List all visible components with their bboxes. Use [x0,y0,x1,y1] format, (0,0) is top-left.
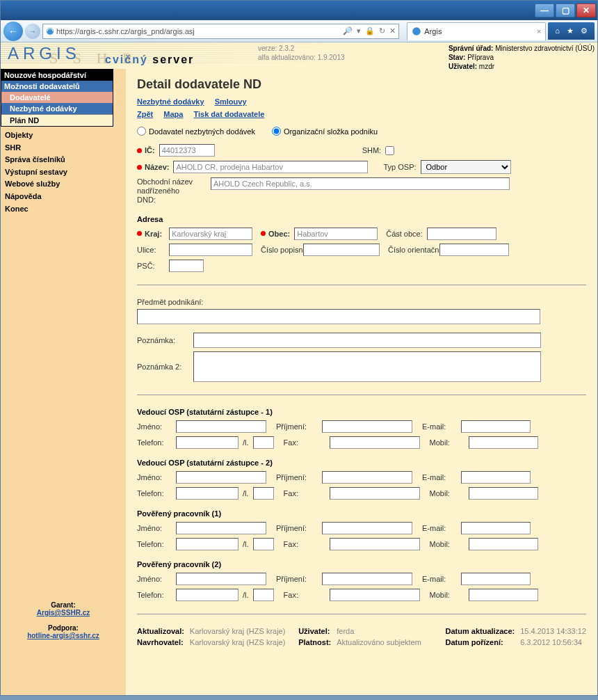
ulice-label: Ulice: [137,246,165,254]
person3-telefon-field[interactable] [176,538,239,550]
sidebar-link-sprava[interactable]: Správa číselníků [5,154,122,166]
person3-heading: Pověřený pracovník (1) [137,509,586,518]
radio-osp[interactable]: Organizační složka podniku [272,127,378,136]
sidebar-item-nezbytne[interactable]: Nezbytné dodávky [1,103,113,114]
co-field[interactable] [439,244,509,256]
tab-title: Argis [424,27,442,35]
favorites-icon[interactable]: ★ [567,26,574,35]
predmet-field[interactable] [137,309,540,324]
person2-mobil-field[interactable] [469,487,538,500]
type-radio-group: Dodavatel nezbytných dodávek Organizační… [137,127,586,136]
tools-icon[interactable]: ⚙ [581,26,588,35]
person2-email-field[interactable] [461,471,531,484]
person2-fax-label: Fax: [284,489,325,498]
person3-fax-field[interactable] [330,538,420,550]
nazev-label: Název: [145,163,169,171]
person4-prijmeni-label: Příjmení: [276,575,318,583]
sidebar-link-shr[interactable]: SHR [5,142,122,154]
kraj-field[interactable] [169,228,252,240]
sidebar-link-objekty[interactable]: Objekty [5,129,122,142]
window-close-button[interactable]: ✕ [576,3,596,17]
shm-checkbox[interactable] [385,146,394,155]
person4-linka-field[interactable] [253,589,274,601]
window-maximize-button[interactable]: ▢ [556,3,575,17]
browser-tab[interactable]: Argis × [407,22,546,40]
forward-button[interactable]: → [25,24,40,39]
app-header: S S H R ARGIS cvičný server verze: 2.3.2… [1,42,597,69]
link-smlouvy[interactable]: Smlouvy [215,97,247,106]
person4-prijmeni-field[interactable] [322,573,412,585]
link-mapa[interactable]: Mapa [163,110,183,118]
sidebar-link-webove[interactable]: Webové služby [5,178,122,191]
person4-fax-field[interactable] [330,589,420,601]
sidebar-item-plan-nd[interactable]: Plán ND [1,114,113,126]
person4-mobil-field[interactable] [469,589,538,601]
shm-label: SHM: [362,146,382,154]
sidebar: Nouzové hospodářství Možnosti dodavatelů… [1,69,126,695]
person3-linka-field[interactable] [253,538,274,550]
pozn2-field[interactable] [193,351,541,382]
castobce-field[interactable] [427,228,496,240]
person2-prijmeni-field[interactable] [322,471,412,484]
person3-email-field[interactable] [461,522,531,534]
main-panel: Detail dodavatele ND Nezbytné dodávky Sm… [126,69,597,695]
radio-dodavatel[interactable]: Dodavatel nezbytných dodávek [137,127,255,136]
nazev-field[interactable] [173,161,368,173]
link-zpet[interactable]: Zpět [137,110,153,118]
person2-telefon-field[interactable] [176,487,239,500]
datum-por-value: 6.3.2012 10:56:34 [520,638,586,646]
person2-jmeno-label: Jméno: [137,473,172,482]
garant-mail-link[interactable]: Argis@SSHR.cz [37,609,90,617]
sidebar-link-napoveda[interactable]: Nápověda [5,191,122,203]
support-mail-link[interactable]: hotline-argis@sshr.cz [27,632,99,639]
person2-fax-field[interactable] [330,487,420,500]
person3-prijmeni-field[interactable] [322,522,412,534]
tab-strip: Argis × [407,22,546,40]
psc-field[interactable] [169,260,204,272]
person4-jmeno-field[interactable] [176,573,266,585]
person2-telefon-label: Telefon: [137,489,172,498]
person1-jmeno-field[interactable] [176,420,266,433]
person1-email-field[interactable] [461,420,531,433]
sidebar-section-moznosti[interactable]: Možnosti dodavatelů [1,81,113,92]
person3-jmeno-field[interactable] [176,522,266,534]
link-tisk[interactable]: Tisk dat dodavatele [193,110,264,118]
compat-icon[interactable]: ↻ [379,26,385,35]
address-bar[interactable]: https://argis-c.sshr.cz/argis_pnd/argis.… [42,24,399,39]
search-icon[interactable]: 🔎 [343,26,353,35]
person2-jmeno-field[interactable] [176,471,266,484]
window-minimize-button[interactable]: — [535,3,554,17]
url-text: https://argis-c.sshr.cz/argis_pnd/argis.… [56,27,195,35]
cp-field[interactable] [303,244,380,256]
person2-linka-label: /l. [243,489,249,498]
person1-prijmeni-field[interactable] [322,420,412,433]
sidebar-link-konec[interactable]: Konec [5,203,122,216]
parent-name-field[interactable] [211,177,510,190]
sidebar-item-dodavatele[interactable]: Dodavatelé [1,92,113,103]
pozn1-label: Poznámka: [137,336,189,344]
ic-field[interactable] [159,144,215,157]
person4-telefon-field[interactable] [176,589,239,601]
typosp-select[interactable]: Odbor [421,160,511,174]
sidebar-link-vystupni[interactable]: Výstupní sestavy [5,166,122,179]
parent-name-label: Obchodní názevnadřízenéhoDND: [137,177,207,205]
person3-mobil-field[interactable] [469,538,538,550]
obec-field[interactable] [294,228,378,240]
person1-telefon-field[interactable] [176,436,239,449]
tab-close-icon[interactable]: × [537,27,541,35]
navrhovatel-value: Karlovarský kraj (HZS kraje) [190,638,293,646]
link-nezbytne-dodavky[interactable]: Nezbytné dodávky [137,97,204,106]
person1-linka-field[interactable] [253,436,274,449]
home-icon[interactable]: ⌂ [555,26,560,35]
version-info: verze: 2.3.2 alfa aktualizováno: 1.9.201… [258,44,345,62]
person1-fax-field[interactable] [330,436,420,449]
back-button[interactable]: ← [3,22,23,41]
page-title: Detail dodavatele ND [137,77,586,92]
stop-icon[interactable]: ✕ [389,26,396,35]
lock-icon: 🔒 [365,26,375,35]
person1-mobil-field[interactable] [469,436,538,449]
ulice-field[interactable] [169,244,252,256]
person2-linka-field[interactable] [253,487,274,500]
pozn1-field[interactable] [193,333,541,348]
person4-email-field[interactable] [461,573,531,585]
